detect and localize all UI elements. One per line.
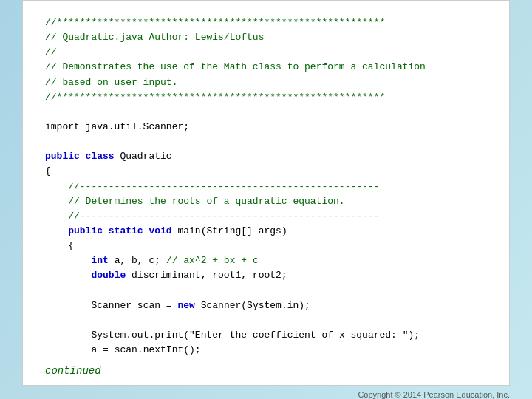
comment-empty-1: //	[45, 47, 57, 58]
code-line-19	[45, 284, 487, 299]
import-value: java.util.Scanner;	[86, 121, 189, 132]
indent-3	[45, 270, 91, 281]
code-line-11: {	[45, 164, 487, 179]
scanner-decl: Scanner scan =	[91, 300, 177, 311]
comment-dashes-1: //--------------------------------------…	[45, 181, 379, 192]
scan-nextint: a = scan.nextInt();	[91, 344, 200, 355]
indent-5	[45, 330, 91, 341]
code-line-10: public class Quadratic	[45, 149, 487, 164]
slide-container: //**************************************…	[22, 0, 510, 386]
copyright-text: Copyright © 2014 Pearson Education, Inc.	[0, 390, 532, 399]
code-line-6: //**************************************…	[45, 90, 487, 105]
comment-demonstrates: // Demonstrates the use of the Math clas…	[45, 61, 426, 72]
continued-label: continued	[45, 365, 487, 377]
sysout-enter: System.out.print("Enter the coefficient …	[91, 330, 420, 341]
indent-brace-2: {	[45, 240, 74, 251]
scanner-init: Scanner(System.in);	[201, 300, 310, 311]
class-name: Quadratic	[120, 151, 171, 162]
comment-stars-1: //**************************************…	[45, 17, 385, 28]
static-keyword: static	[109, 225, 149, 236]
main-method: main(String[] args)	[177, 225, 287, 236]
double-vars: discriminant, root1, root2;	[132, 270, 287, 281]
code-line-9	[45, 134, 487, 149]
double-keyword: double	[91, 270, 132, 281]
code-line-17: int a, b, c; // ax^2 + bx + c	[45, 253, 487, 268]
code-line-8: import java.util.Scanner;	[45, 120, 487, 134]
code-line-21	[45, 313, 487, 328]
code-line-22: System.out.print("Enter the coefficient …	[45, 328, 487, 343]
public-keyword-2: public	[68, 225, 109, 236]
void-keyword: void	[149, 225, 177, 236]
code-line-2: // Quadratic.java Author: Lewis/Loftus	[45, 30, 487, 45]
public-keyword-1: public	[45, 151, 86, 162]
int-vars: a, b, c;	[115, 255, 166, 266]
indent-4	[45, 300, 91, 311]
code-line-16: {	[45, 239, 487, 253]
code-line-18: double discriminant, root1, root2;	[45, 268, 487, 283]
code-line-1: //**************************************…	[45, 16, 487, 30]
open-brace-1: {	[45, 166, 51, 177]
comment-stars-2: //**************************************…	[45, 92, 385, 103]
indent-2	[45, 255, 91, 266]
comment-based: // based on user input.	[45, 77, 177, 88]
code-block: //**************************************…	[45, 16, 487, 358]
comment-determines: // Determines the roots of a quadratic e…	[45, 196, 345, 207]
code-line-7	[45, 105, 487, 120]
code-line-15: public static void main(String[] args)	[45, 224, 487, 239]
comment-inline-1: // ax^2 + bx + c	[166, 255, 259, 266]
indent-1	[45, 225, 68, 236]
code-line-23: a = scan.nextInt();	[45, 343, 487, 358]
code-line-20: Scanner scan = new Scanner(System.in);	[45, 299, 487, 313]
code-line-5: // based on user input.	[45, 75, 487, 90]
code-line-13: // Determines the roots of a quadratic e…	[45, 194, 487, 209]
code-line-4: // Demonstrates the use of the Math clas…	[45, 60, 487, 75]
code-line-12: //--------------------------------------…	[45, 180, 487, 194]
comment-dashes-2: //--------------------------------------…	[45, 211, 379, 222]
comment-header: // Quadratic.java Author: Lewis/Loftus	[45, 32, 264, 43]
class-keyword: class	[86, 151, 120, 162]
import-keyword: import	[45, 121, 86, 132]
code-line-14: //--------------------------------------…	[45, 209, 487, 224]
new-keyword: new	[177, 300, 200, 311]
int-keyword: int	[91, 255, 114, 266]
indent-6	[45, 344, 91, 355]
code-line-3: //	[45, 45, 487, 60]
